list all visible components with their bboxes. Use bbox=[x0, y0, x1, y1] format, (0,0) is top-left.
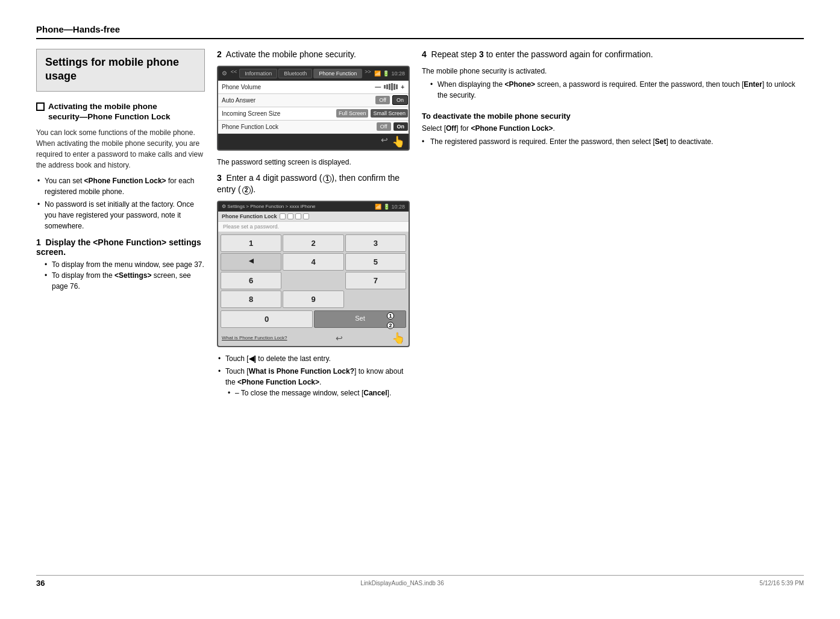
vbar bbox=[393, 84, 395, 90]
step-3-label: 3 Enter a 4 digit password (1), then con… bbox=[217, 172, 410, 196]
settings-box: Settings for mobile phone usage bbox=[36, 49, 205, 92]
device-footer: ↩ 👆 bbox=[218, 134, 409, 149]
footer-file: LinkDisplayAudio_NAS.indb 36 bbox=[360, 580, 444, 586]
vbar bbox=[386, 84, 388, 89]
list-item: No password is set initially at the fact… bbox=[36, 199, 205, 231]
key-3[interactable]: 3 bbox=[345, 234, 406, 252]
device-body: Phone Volume — + bbox=[218, 81, 409, 134]
key-5[interactable]: 5 bbox=[345, 253, 406, 271]
device-header: ⚙ << Information Bluetooth Phone Functio… bbox=[218, 67, 409, 81]
row-value: Full Screen Small Screen bbox=[336, 108, 409, 118]
keypad-bottom: What is Phone Function Lock? ↩ 👆 bbox=[218, 330, 409, 346]
key-4[interactable]: 4 bbox=[283, 253, 343, 271]
list-item: When displaying the <Phone> screen, a pa… bbox=[430, 79, 804, 101]
key-empty-2 bbox=[345, 291, 406, 308]
key-2[interactable]: 2 bbox=[283, 234, 343, 252]
keypad-status: 📶 🔋 10:28 bbox=[375, 204, 405, 210]
step-4-label: 4 Repeat step 3 to enter the password ag… bbox=[422, 49, 804, 61]
content-area: Settings for mobile phone usage Activati… bbox=[36, 49, 804, 404]
keypad-dot bbox=[295, 213, 301, 219]
deactivate-bullets: The registered password is required. Ent… bbox=[422, 136, 804, 147]
keypad-lock-row: Phone Function Lock bbox=[218, 212, 409, 222]
signal-icon: 📶 bbox=[374, 71, 381, 77]
key-1[interactable]: 1 bbox=[221, 234, 281, 252]
key-del[interactable]: ◀ bbox=[221, 253, 281, 271]
back-button[interactable]: ↩ bbox=[381, 135, 388, 148]
key-0[interactable]: 0 bbox=[221, 310, 313, 328]
hand-cursor-2-icon: 👆 bbox=[392, 331, 405, 345]
list-item: You can set <Phone Function Lock> for ea… bbox=[36, 175, 205, 197]
step-1: 1 Display the <Phone Function> settings … bbox=[36, 237, 205, 292]
circle-1: 1 bbox=[323, 175, 331, 183]
on-button[interactable]: On bbox=[393, 122, 409, 131]
keypad-breadcrumb: ⚙ Settings > Phone Function > xxxx iPhon… bbox=[222, 204, 316, 209]
off-button[interactable]: Off bbox=[377, 122, 391, 131]
step-1-content: To display from the menu window, see pag… bbox=[36, 259, 205, 292]
device-status: 📶 🔋 10:28 bbox=[374, 71, 405, 77]
keypad-grid: 1 2 3 ◀ 4 5 6 7 8 9 bbox=[218, 232, 409, 310]
vbar bbox=[384, 85, 386, 89]
row-value: Off On bbox=[376, 122, 409, 131]
battery-icon: 🔋 bbox=[383, 71, 389, 77]
step-2-label: 2 Activate the mobile phone security. bbox=[217, 49, 410, 61]
row-label: Auto Answer bbox=[218, 95, 375, 105]
key-8[interactable]: 8 bbox=[221, 291, 281, 308]
volume-minus-btn[interactable]: — bbox=[373, 84, 383, 90]
circle-annotation-2: 2 bbox=[387, 322, 394, 329]
settings-icon: ⚙ bbox=[222, 70, 227, 77]
middle-column: 2 Activate the mobile phone security. ⚙ … bbox=[217, 49, 410, 404]
key-empty bbox=[283, 272, 343, 289]
deactivate-section: To deactivate the mobile phone security … bbox=[422, 112, 804, 147]
section-checkbox bbox=[36, 102, 45, 111]
on-button[interactable]: On bbox=[392, 95, 408, 105]
keypad-back-btn[interactable]: ↩ bbox=[336, 333, 343, 343]
keypad-header: ⚙ Settings > Phone Function > xxxx iPhon… bbox=[218, 202, 409, 212]
phone-volume-row: Phone Volume — + bbox=[218, 81, 409, 94]
list-item: To display from the menu window, see pag… bbox=[45, 259, 205, 270]
tab-phone-function[interactable]: Phone Function bbox=[313, 69, 362, 78]
section-title: Activating the mobile phonesecurity—Phon… bbox=[48, 101, 171, 122]
device-screen-2: ⚙ Settings > Phone Function > xxxx iPhon… bbox=[217, 201, 410, 347]
deactivate-title: To deactivate the mobile phone security bbox=[422, 112, 804, 121]
phone-function-lock-row: Phone Function Lock Off On bbox=[218, 121, 409, 134]
volume-bars bbox=[384, 83, 398, 90]
row-value: Off On bbox=[375, 95, 409, 105]
key-7[interactable]: 7 bbox=[345, 272, 406, 289]
full-screen-btn[interactable]: Full Screen bbox=[336, 109, 369, 118]
row-label: Incoming Screen Size bbox=[218, 108, 336, 119]
volume-plus-btn[interactable]: + bbox=[399, 84, 406, 90]
footer-date: 5/12/16 5:39 PM bbox=[760, 580, 804, 586]
step-4: 4 Repeat step 3 to enter the password ag… bbox=[422, 49, 804, 101]
vbar bbox=[396, 84, 398, 89]
keypad-dot bbox=[287, 213, 293, 219]
keypad-dots bbox=[280, 213, 309, 219]
step-4-bullets: When displaying the <Phone> screen, a pa… bbox=[430, 79, 804, 101]
circle-annotation-1: 1 bbox=[387, 312, 394, 319]
keypad-lock-label: Phone Function Lock bbox=[222, 213, 277, 219]
right-column: 4 Repeat step 3 to enter the password ag… bbox=[422, 49, 804, 404]
what-is-link[interactable]: What is Phone Function Lock? bbox=[222, 335, 287, 341]
keypad-dot bbox=[303, 213, 309, 219]
keypad-dot bbox=[280, 213, 286, 219]
page-header: Phone—Hands-free bbox=[36, 24, 804, 39]
row-label: Phone Volume bbox=[218, 82, 371, 92]
key-6[interactable]: 6 bbox=[221, 272, 281, 289]
tab-bluetooth[interactable]: Bluetooth bbox=[278, 69, 312, 78]
step-4-note: The mobile phone security is activated. bbox=[422, 66, 804, 77]
page-container: Phone—Hands-free Settings for mobile pho… bbox=[0, 0, 840, 619]
list-item: Touch [◀] to delete the last entry. bbox=[217, 353, 410, 364]
small-screen-btn[interactable]: Small Screen bbox=[371, 109, 408, 118]
keypad-zero-row: 0 Set bbox=[218, 310, 409, 330]
step-2-caption: The password setting screen is displayed… bbox=[217, 157, 410, 168]
left-column: Settings for mobile phone usage Activati… bbox=[36, 49, 205, 404]
tab-information[interactable]: Information bbox=[239, 69, 277, 78]
off-button[interactable]: Off bbox=[375, 96, 390, 104]
keypad-placeholder: Please set a password. bbox=[218, 222, 409, 232]
list-item: The registered password is required. Ent… bbox=[422, 136, 804, 147]
auto-answer-row: Auto Answer Off On bbox=[218, 94, 409, 107]
list-item: To display from the <Settings> screen, s… bbox=[45, 270, 205, 292]
key-9[interactable]: 9 bbox=[283, 291, 343, 308]
page-title: Phone—Hands-free bbox=[36, 24, 120, 34]
section-body: You can lock some functions of the mobil… bbox=[36, 127, 205, 171]
volume-control: — + bbox=[371, 83, 409, 90]
